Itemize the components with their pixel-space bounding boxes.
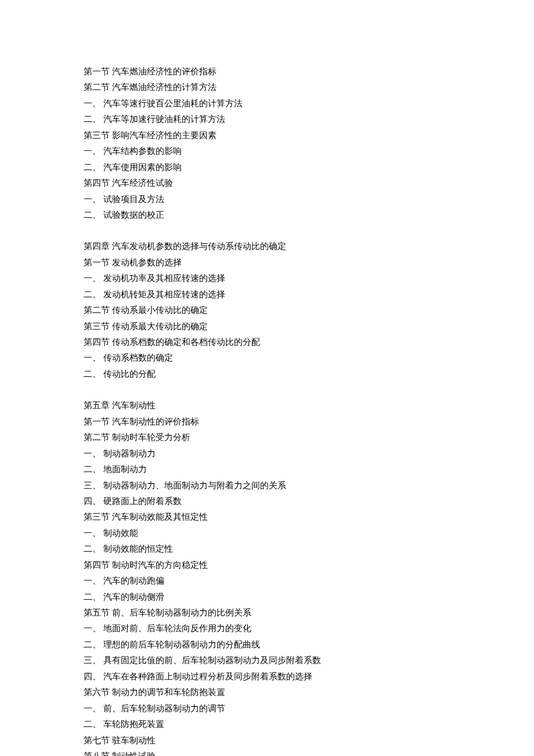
toc-line: 四、 汽车在各种路面上制动过程分析及同步附着系数的选择 bbox=[84, 669, 450, 685]
toc-line: 第七节 驻车制动性 bbox=[84, 733, 450, 748]
toc-line: 四、 硬路面上的附着系数 bbox=[84, 494, 450, 509]
toc-line: 第一节 汽车制动性的评价指标 bbox=[84, 414, 450, 430]
toc-line: 二、 汽车的制动侧滑 bbox=[84, 589, 450, 605]
blank-line bbox=[84, 223, 450, 239]
toc-line: 第三节 传动系最大传动比的确定 bbox=[84, 319, 450, 334]
toc-line: 第八节 制动性试验 bbox=[84, 748, 450, 756]
toc-line: 三、 制动器制动力、地面制动力与附着力之间的关系 bbox=[84, 478, 450, 494]
toc-line: 一、 前、后车轮制动器制动力的调节 bbox=[84, 701, 450, 717]
toc-line: 第二节 制动时车轮受力分析 bbox=[84, 430, 450, 445]
toc-line: 一、 发动机功率及其相应转速的选择 bbox=[84, 271, 450, 286]
toc-line: 一、 汽车等速行驶百公里油耗的计算方法 bbox=[84, 96, 450, 111]
toc-line: 第六节 制动力的调节和车轮防抱装置 bbox=[84, 685, 450, 700]
toc-line: 第四节 制动时汽车的方向稳定性 bbox=[84, 557, 450, 573]
toc-line: 第五章 汽车制动性 bbox=[84, 398, 450, 413]
toc-line: 一、 汽车结构参数的影响 bbox=[84, 143, 450, 159]
toc-content: 第一节 汽车燃油经济性的评价指标第二节 汽车燃油经济性的计算方法一、 汽车等速行… bbox=[84, 64, 450, 756]
toc-line: 一、 试验项目及方法 bbox=[84, 192, 450, 207]
toc-line: 第二节 汽车燃油经济性的计算方法 bbox=[84, 80, 450, 95]
toc-line: 第四节 传动系档数的确定和各档传动比的分配 bbox=[84, 334, 450, 350]
toc-line: 二、 地面制动力 bbox=[84, 462, 450, 477]
toc-line: 第四章 汽车发动机参数的选择与传动系传动比的确定 bbox=[84, 239, 450, 254]
blank-line bbox=[84, 382, 450, 398]
toc-line: 第一节 发动机参数的选择 bbox=[84, 255, 450, 271]
toc-line: 二、 理想的前后车轮制动器制动力的分配曲线 bbox=[84, 637, 450, 653]
toc-line: 二、 汽车使用因素的影响 bbox=[84, 160, 450, 175]
toc-line: 一、 制动器制动力 bbox=[84, 446, 450, 462]
toc-line: 二、 发动机转矩及其相应转速的选择 bbox=[84, 287, 450, 303]
toc-line: 二、 传动比的分配 bbox=[84, 366, 450, 382]
toc-line: 第四节 汽车经济性试验 bbox=[84, 175, 450, 191]
toc-line: 第一节 汽车燃油经济性的评价指标 bbox=[84, 64, 450, 80]
toc-line: 一、 传动系档数的确定 bbox=[84, 350, 450, 366]
toc-line: 第三节 影响汽车经济性的主要因素 bbox=[84, 128, 450, 143]
toc-line: 一、 地面对前、后车轮法向反作用力的变化 bbox=[84, 621, 450, 636]
toc-line: 一、 汽车的制动跑偏 bbox=[84, 573, 450, 589]
toc-line: 二、 车轮防抱死装置 bbox=[84, 717, 450, 732]
toc-line: 一、 制动效能 bbox=[84, 525, 450, 541]
toc-line: 二、 制动效能的恒定性 bbox=[84, 541, 450, 557]
toc-line: 二、 汽车等加速行驶油耗的计算方法 bbox=[84, 111, 450, 127]
toc-line: 第五节 前、后车轮制动器制动力的比例关系 bbox=[84, 605, 450, 621]
toc-line: 三、 具有固定比值的前、后车轮制动器制动力及同步附着系数 bbox=[84, 653, 450, 668]
toc-line: 第二节 传动系最小传动比的确定 bbox=[84, 303, 450, 318]
toc-line: 第三节 汽车制动效能及其恒定性 bbox=[84, 509, 450, 525]
toc-line: 二、 试验数据的校正 bbox=[84, 207, 450, 223]
